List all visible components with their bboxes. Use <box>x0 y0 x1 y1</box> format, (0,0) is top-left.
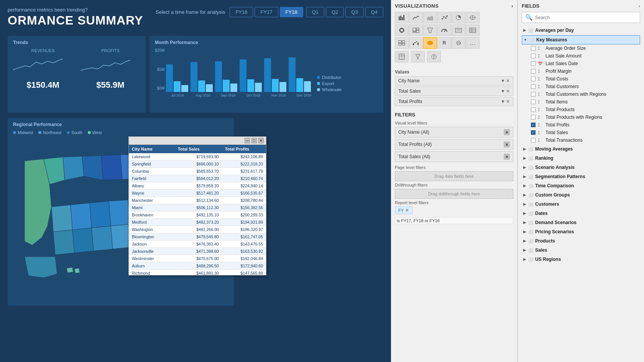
value-sales-x-icon[interactable]: ✕ <box>506 88 510 94</box>
field-item-checkbox-1-5[interactable] <box>531 84 536 89</box>
q3-button[interactable]: Q3 <box>345 7 363 17</box>
viz-icon-treemap[interactable] <box>409 25 423 36</box>
field-item-1-12[interactable]: Σ Total Transactions <box>529 136 640 144</box>
field-item-1-3[interactable]: Σ Profit Margin <box>529 67 640 75</box>
field-item-checkbox-1-1[interactable] <box>531 54 536 58</box>
field-group-header-8[interactable]: ▶ ⬜ Customers <box>522 200 640 208</box>
field-item-checkbox-1-8[interactable] <box>531 107 536 112</box>
fy18-button[interactable]: FY18 <box>280 7 303 17</box>
field-item-1-11[interactable]: ✓ Σ Total Sales <box>529 129 640 136</box>
table-minimize-btn[interactable]: — <box>245 138 250 143</box>
value-profits-x-icon[interactable]: ✕ <box>506 99 510 104</box>
viz-icon-waterfall[interactable] <box>409 37 423 49</box>
field-item-1-0[interactable]: Σ Average Order Size <box>529 44 640 52</box>
field-group-header-9[interactable]: ▶ ⬜ Dates <box>522 209 640 218</box>
viz-icon-area[interactable] <box>423 12 437 23</box>
viz-icon-pie[interactable] <box>452 12 465 23</box>
viz-filter-btn[interactable] <box>411 51 425 62</box>
q2-button[interactable]: Q2 <box>326 7 344 17</box>
value-sales-down-icon[interactable]: ▼ <box>501 88 505 94</box>
viz-format-btn[interactable] <box>395 51 409 62</box>
field-group-header-3[interactable]: ▶ ⬜ Ranking <box>522 154 640 162</box>
viz-icon-more2[interactable]: … <box>466 37 480 49</box>
viz-icon-matrix[interactable] <box>395 37 409 49</box>
filter-city-name[interactable]: City Name (All) ✕ <box>395 127 513 138</box>
fields-search-input[interactable] <box>535 15 637 20</box>
field-group-header-5[interactable]: ▶ ⬜ Segmentation Patterns <box>522 172 640 181</box>
field-item-checkbox-1-3[interactable] <box>531 69 536 74</box>
viz-icon-scatter[interactable] <box>437 12 451 23</box>
fy-filter-close-btn[interactable]: ✕ <box>405 208 409 213</box>
value-profits-down-icon[interactable]: ▼ <box>501 99 505 104</box>
field-item-checkbox-1-6[interactable] <box>531 92 536 97</box>
field-item-1-4[interactable]: Σ Total Costs <box>529 75 640 83</box>
viz-icon-map[interactable] <box>466 12 480 23</box>
field-group-header-11[interactable]: ▶ ⬜ Pricing Scenarios <box>522 228 640 236</box>
filter-total-profits[interactable]: Total Profits (All) ✕ <box>395 139 513 150</box>
field-item-1-7[interactable]: Σ Total Items <box>529 98 640 106</box>
field-item-1-6[interactable]: Σ Total Customers with Regions <box>529 90 640 98</box>
field-item-1-8[interactable]: Σ Total Products <box>529 106 640 113</box>
field-item-1-5[interactable]: Σ Total Customers <box>529 83 640 90</box>
fields-search-box[interactable]: 🔍 <box>522 12 640 23</box>
field-group-header-6[interactable]: ▶ ⬜ Time Comparison <box>522 182 640 190</box>
field-item-1-2[interactable]: 📅 Last Sales Date <box>529 60 640 67</box>
fy16-button[interactable]: FY16 <box>230 7 253 17</box>
field-group-header-12[interactable]: ▶ ⬜ Products <box>522 237 640 245</box>
field-group-arrow-7: ▶ <box>523 193 526 197</box>
field-item-checkbox-1-7[interactable] <box>531 100 536 104</box>
trends-panel: Trends REVENUES $150.4M PROFITS $55.9M <box>8 36 146 113</box>
q1-button[interactable]: Q1 <box>306 7 324 17</box>
table-maximize-btn[interactable]: □ <box>251 138 257 143</box>
viz-icon-python[interactable]: Py <box>452 37 465 49</box>
fy-filter-tag[interactable]: FY ✕ <box>395 206 412 214</box>
field-item-checkbox-1-11[interactable]: ✓ <box>531 130 536 135</box>
value-total-profits[interactable]: Total Profits ▼ ✕ <box>395 97 513 106</box>
field-item-type-icon-1-3: Σ <box>538 69 543 74</box>
viz-icon-gauge[interactable] <box>437 25 451 36</box>
field-group-header-1[interactable]: ▼ ⬜ Key Measures <box>522 35 640 44</box>
field-item-checkbox-1-9[interactable] <box>531 115 536 120</box>
field-group-header-14[interactable]: ▶ ⬜ US Regions <box>522 255 640 264</box>
field-group-header-7[interactable]: ▶ ⬜ Custom Groups <box>522 191 640 199</box>
field-item-checkbox-1-10[interactable]: ✓ <box>531 123 536 127</box>
field-item-checkbox-1-12[interactable] <box>531 138 536 143</box>
value-city-x-icon[interactable]: ✕ <box>506 78 510 84</box>
field-group-header-0[interactable]: ▶ ⬜ Averages per Day <box>522 26 640 34</box>
table-scroll-area[interactable]: City Name Total Sales Total Profits Lake… <box>129 145 266 275</box>
field-group-header-13[interactable]: ▶ ⬜ Sales <box>522 246 640 254</box>
viz-icon-filled-map[interactable] <box>423 37 437 49</box>
field-item-1-1[interactable]: Σ Last Sale Amount <box>529 52 640 60</box>
viz-icon-bar[interactable] <box>395 12 409 23</box>
value-city-down-icon[interactable]: ▼ <box>501 78 505 84</box>
field-group-header-2[interactable]: ▶ ⬜ Moving Averages <box>522 145 640 153</box>
viz-icon-r-script[interactable]: R <box>437 37 451 49</box>
viz-icon-line[interactable] <box>409 12 423 23</box>
field-item-checkbox-1-0[interactable] <box>531 46 536 51</box>
field-item-1-9[interactable]: Σ Total Products with Regions <box>529 113 640 121</box>
value-city-name[interactable]: City Name ▼ ✕ <box>395 76 513 85</box>
viz-expand-icon[interactable]: › <box>511 3 513 9</box>
filter-profits-clear-btn[interactable]: ✕ <box>504 141 510 147</box>
viz-icon-table[interactable] <box>466 25 480 36</box>
fields-expand-icon[interactable]: › <box>639 3 640 9</box>
filter-city-clear-btn[interactable]: ✕ <box>504 129 510 135</box>
filter-sales-clear-btn[interactable]: ✕ <box>504 154 510 160</box>
viz-analytics-btn[interactable] <box>427 51 441 62</box>
viz-icon-funnel[interactable] <box>423 25 437 36</box>
col-sales[interactable]: Total Sales <box>175 145 222 153</box>
viz-icon-card[interactable] <box>452 25 465 36</box>
viz-icon-donut[interactable] <box>395 25 409 36</box>
table-close-btn[interactable]: ✕ <box>258 138 264 143</box>
q4-button[interactable]: Q4 <box>365 7 383 17</box>
field-item-checkbox-1-4[interactable] <box>531 77 536 81</box>
fy17-button[interactable]: FY17 <box>255 7 278 17</box>
filter-total-sales[interactable]: Total Sales (All) ✕ <box>395 151 513 162</box>
value-total-sales[interactable]: Total Sales ▼ ✕ <box>395 87 513 96</box>
field-item-1-10[interactable]: ✓ Σ Total Profits <box>529 121 640 129</box>
col-profits[interactable]: Total Profits <box>222 145 266 153</box>
field-group-header-10[interactable]: ▶ ⬜ Demand Scenarios <box>522 218 640 227</box>
col-city[interactable]: City Name <box>129 145 175 153</box>
field-item-checkbox-1-2[interactable] <box>531 61 536 66</box>
field-group-header-4[interactable]: ▶ ⬜ Scenario Analysis <box>522 163 640 172</box>
